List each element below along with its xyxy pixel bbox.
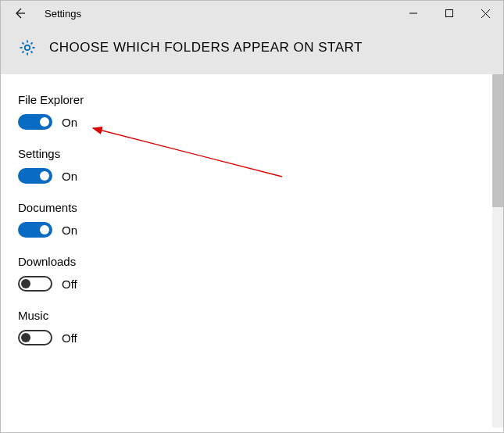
toggle-state: Off bbox=[62, 277, 77, 291]
window-title: Settings bbox=[45, 8, 81, 20]
toggle-downloads[interactable] bbox=[18, 276, 52, 292]
setting-label: Settings bbox=[18, 147, 486, 160]
maximize-icon bbox=[445, 9, 453, 17]
toggle-documents[interactable] bbox=[18, 222, 52, 238]
close-icon bbox=[481, 9, 490, 18]
toggle-row: On bbox=[18, 168, 486, 184]
toggle-file-explorer[interactable] bbox=[18, 114, 52, 130]
setting-label: Downloads bbox=[18, 255, 486, 268]
scrollbar-track[interactable] bbox=[492, 74, 503, 428]
toggle-state: On bbox=[62, 224, 77, 237]
setting-label: Music bbox=[18, 309, 486, 322]
toggle-state: Off bbox=[62, 331, 77, 345]
toggle-row: On bbox=[18, 114, 486, 130]
setting-label: File Explorer bbox=[18, 93, 486, 106]
svg-rect-1 bbox=[446, 10, 453, 17]
setting-label: Documents bbox=[18, 201, 486, 214]
toggle-state: On bbox=[62, 116, 77, 129]
close-button[interactable] bbox=[467, 1, 503, 26]
titlebar: Settings bbox=[1, 1, 503, 26]
maximize-button[interactable] bbox=[431, 1, 467, 26]
toggle-row: On bbox=[18, 222, 486, 238]
toggle-row: Off bbox=[18, 330, 486, 345]
page-title: CHOOSE WHICH FOLDERS APPEAR ON START bbox=[49, 40, 363, 55]
setting-file-explorer: File Explorer On bbox=[18, 93, 486, 130]
svg-point-4 bbox=[25, 45, 30, 50]
settings-list: File Explorer On Settings On Documents O… bbox=[1, 74, 503, 428]
minimize-button[interactable] bbox=[395, 1, 431, 26]
toggle-row: Off bbox=[18, 276, 486, 292]
setting-documents: Documents On bbox=[18, 201, 486, 238]
setting-downloads: Downloads Off bbox=[18, 255, 486, 292]
setting-music: Music Off bbox=[18, 309, 486, 345]
page-header: CHOOSE WHICH FOLDERS APPEAR ON START bbox=[1, 26, 503, 74]
window-controls bbox=[395, 1, 503, 26]
scrollbar-thumb[interactable] bbox=[492, 74, 503, 207]
settings-window: Settings CHOOSE WHICH FOLDERS APPEAR ON … bbox=[0, 0, 504, 433]
gear-icon bbox=[18, 38, 37, 57]
back-button[interactable] bbox=[1, 1, 38, 26]
minimize-icon bbox=[409, 9, 417, 17]
toggle-state: On bbox=[62, 170, 77, 183]
content-wrapper: File Explorer On Settings On Documents O… bbox=[1, 74, 503, 428]
toggle-music[interactable] bbox=[18, 330, 52, 345]
setting-settings: Settings On bbox=[18, 147, 486, 184]
toggle-settings[interactable] bbox=[18, 168, 52, 184]
back-arrow-icon bbox=[13, 7, 26, 20]
